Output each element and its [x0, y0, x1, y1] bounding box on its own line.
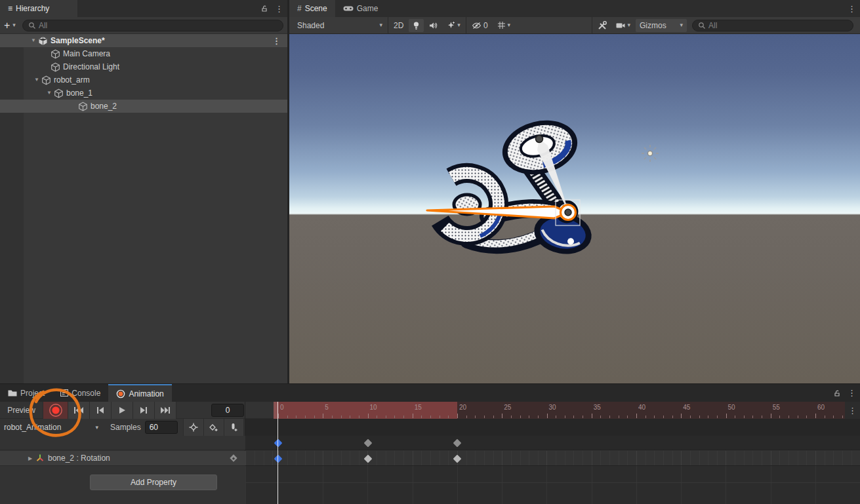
lock-icon[interactable] — [258, 0, 271, 17]
wrench-icon — [598, 21, 607, 30]
foldout-closed-icon[interactable]: ▶ — [25, 456, 35, 461]
cube-icon — [51, 49, 60, 59]
hidden-count-label: 0 — [483, 21, 488, 30]
tab-hierarchy[interactable]: ≡ Hierarchy — [0, 0, 77, 17]
play-button[interactable] — [112, 402, 133, 419]
scene-toolbar: Shaded ▾ 2D ▾ 0 ▾ — [289, 17, 860, 34]
record-button[interactable] — [43, 402, 68, 419]
folder-icon — [8, 389, 17, 397]
hierarchy-item-directional-light[interactable]: Directional Light — [0, 60, 287, 73]
console-icon — [60, 389, 68, 397]
chevron-down-icon: ▾ — [680, 22, 683, 28]
camera-icon — [616, 22, 625, 29]
hierarchy-item-label: robot_arm — [54, 73, 90, 87]
tab-console[interactable]: Console — [52, 384, 108, 402]
shading-mode-dropdown[interactable]: Shaded ▾ — [293, 19, 386, 32]
tab-game-label: Game — [357, 4, 379, 13]
gizmos-label: Gizmos — [640, 21, 666, 30]
goto-last-keyframe-button[interactable] — [155, 402, 176, 419]
dopesheet-header-area — [245, 419, 860, 436]
timeline-ruler[interactable]: 051015202530354045505560 — [274, 402, 845, 419]
tab-game[interactable]: Game — [335, 0, 386, 17]
clip-dropdown[interactable]: robot_Animation ▾ — [0, 423, 105, 432]
gizmos-dropdown[interactable]: Gizmos ▾ — [636, 19, 687, 32]
chevron-down-icon: ▾ — [627, 22, 630, 28]
playhead[interactable] — [277, 402, 278, 504]
dopesheet-rotation-track[interactable] — [245, 451, 860, 466]
previous-keyframe-button[interactable] — [90, 402, 112, 419]
current-frame-field[interactable]: 0 — [211, 404, 244, 417]
hierarchy-menu-icon[interactable]: ⋮ — [271, 0, 287, 17]
chevron-down-icon: ▾ — [379, 22, 382, 28]
add-event-icon[interactable] — [224, 419, 244, 436]
hierarchy-item-bone-1[interactable]: ▼ bone_1 — [0, 87, 287, 100]
cube-icon — [51, 62, 60, 72]
lighting-toggle-button[interactable] — [409, 19, 424, 32]
effects-dropdown-button[interactable]: ▾ — [443, 19, 464, 32]
scene-menu-icon[interactable]: ⋮ — [844, 0, 860, 17]
scene-search-placeholder: All — [708, 21, 717, 30]
camera-settings-button[interactable]: ▾ — [612, 19, 634, 32]
unity-scene-icon — [38, 36, 48, 46]
animation-menu-icon[interactable]: ⋮ — [844, 384, 860, 402]
lightbulb-icon — [413, 21, 420, 30]
samples-field[interactable]: 60 — [145, 421, 178, 434]
scene-viewport[interactable] — [289, 34, 860, 383]
search-icon — [28, 22, 36, 29]
hierarchy-tree: ▼ SampleScene* ⋮ Main Camera Directional… — [0, 34, 287, 383]
create-button[interactable]: + — [4, 20, 10, 31]
gamepad-icon — [343, 5, 354, 12]
robot-arm-sprite — [417, 113, 595, 258]
keyframe-indicator-icon[interactable] — [230, 454, 237, 461]
dopesheet-menu-icon[interactable]: ⋮ — [844, 406, 860, 415]
hierarchy-tabbar: ≡ Hierarchy ⋮ — [0, 0, 287, 17]
hierarchy-scene-header[interactable]: ▼ SampleScene* ⋮ — [0, 34, 287, 47]
goto-first-keyframe-button[interactable] — [68, 402, 90, 419]
add-property-button[interactable]: Add Property — [90, 475, 217, 490]
grid-settings-button[interactable]: ▾ — [493, 19, 515, 32]
hierarchy-item-bone-2[interactable]: bone_2 — [0, 100, 287, 113]
animation-panel: Project Console Animation ⋮ Preview — [0, 383, 860, 504]
chevron-down-icon: ▾ — [508, 22, 511, 28]
scene-menu-icon[interactable]: ⋮ — [268, 34, 285, 47]
hierarchy-panel: ≡ Hierarchy ⋮ + ▾ All ▼ SampleScene* ⋮ M… — [0, 0, 287, 383]
hierarchy-item-label: Directional Light — [63, 60, 119, 73]
foldout-icon[interactable]: ▼ — [29, 34, 38, 47]
tab-animation[interactable]: Animation — [108, 384, 171, 402]
scene-header-label: SampleScene* — [51, 34, 105, 47]
tab-scene-label: Scene — [305, 4, 327, 13]
hierarchy-search[interactable]: All — [22, 20, 283, 31]
hierarchy-item-robot-arm[interactable]: ▼ robot_arm — [0, 73, 287, 87]
samples-label: Samples — [110, 423, 141, 432]
bottom-tabbar: Project Console Animation ⋮ — [0, 384, 860, 402]
speaker-icon — [429, 22, 438, 29]
scene-search[interactable]: All — [692, 20, 853, 31]
property-row[interactable]: ▶ bone_2 : Rotation — [0, 451, 245, 466]
next-keyframe-button[interactable] — [133, 402, 155, 419]
audio-toggle-button[interactable] — [425, 19, 441, 32]
tab-animation-label: Animation — [129, 389, 163, 398]
animation-record-icon — [116, 389, 125, 398]
chevron-down-icon: ▾ — [457, 22, 461, 28]
editor-tools-button[interactable] — [594, 19, 611, 32]
grid-icon — [497, 21, 506, 29]
keyframe-target-icon[interactable] — [183, 419, 203, 436]
tab-scene[interactable]: # Scene — [289, 0, 335, 17]
scene-visibility-button[interactable]: 0 — [468, 19, 492, 32]
tab-hierarchy-label: Hierarchy — [16, 4, 49, 13]
hierarchy-item-label: bone_2 — [91, 100, 117, 113]
add-property-label: Add Property — [131, 478, 176, 487]
hierarchy-toolbar: + ▾ All — [0, 17, 287, 34]
foldout-icon[interactable]: ▼ — [32, 73, 41, 87]
add-keyframe-icon[interactable] — [203, 419, 224, 436]
dopesheet-summary-track[interactable] — [245, 436, 860, 450]
bone-1-joint — [536, 136, 543, 143]
tab-project[interactable]: Project — [0, 384, 52, 402]
hierarchy-item-main-camera[interactable]: Main Camera — [0, 47, 287, 60]
2d-toggle-button[interactable]: 2D — [390, 19, 407, 32]
dopesheet-empty-area[interactable] — [245, 466, 860, 504]
create-caret-icon[interactable]: ▾ — [12, 22, 16, 28]
foldout-icon[interactable]: ▼ — [45, 87, 54, 100]
lock-icon[interactable] — [830, 384, 844, 402]
preview-toggle-button[interactable]: Preview — [0, 402, 43, 419]
